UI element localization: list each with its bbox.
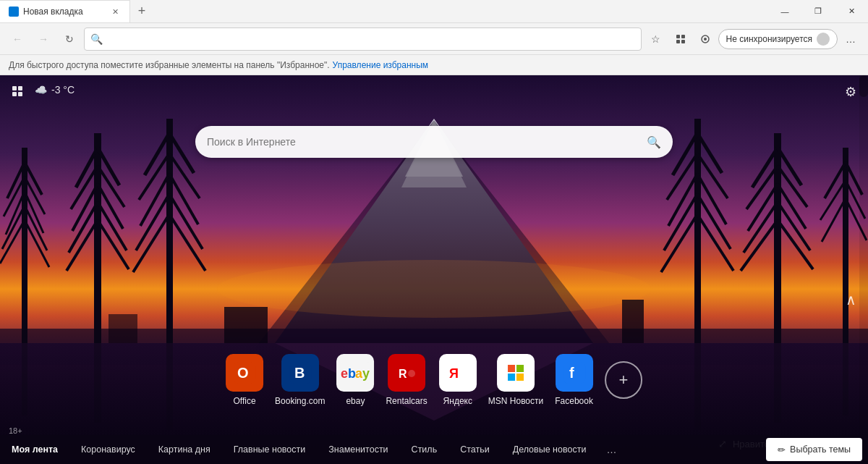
facebook-label: Facebook <box>555 396 593 406</box>
more-button[interactable]: … <box>839 28 862 51</box>
quick-link-rentalcars[interactable]: R Rentalcars <box>386 354 427 406</box>
svg-line-67 <box>778 184 806 229</box>
pencil-icon: ✏ <box>778 444 786 455</box>
svg-line-23 <box>25 191 43 233</box>
svg-rect-3 <box>676 40 680 43</box>
new-tab-button[interactable]: + <box>130 0 153 23</box>
search-box[interactable]: 🔍 <box>195 126 673 158</box>
quick-link-facebook[interactable]: f Facebook <box>555 354 593 406</box>
address-bar-row: ← → ↻ 🔍 ☆ Не синхронизируется … <box>0 23 868 55</box>
svg-text:R: R <box>399 368 407 380</box>
nav-stati[interactable]: Статьи <box>448 435 501 464</box>
quick-link-yandex[interactable]: Я Яндекс <box>439 354 477 406</box>
svg-line-66 <box>778 166 807 207</box>
svg-line-41 <box>136 194 169 250</box>
close-button[interactable]: ✕ <box>835 0 868 23</box>
svg-line-54 <box>697 133 722 173</box>
office-label: Office <box>233 396 255 406</box>
booking-label: Booking.com <box>275 396 325 406</box>
profile-avatar <box>817 33 830 46</box>
chevron-up-button[interactable]: ∧ <box>846 291 856 308</box>
svg-text:y: y <box>362 366 370 381</box>
nav-znamenitosti[interactable]: Знаменитости <box>317 435 399 464</box>
svg-line-58 <box>697 214 733 271</box>
nav-glavnye-novosti[interactable]: Главные новости <box>222 435 318 464</box>
main-content: ☁️ -3 °C ⚙ 🔍 ∧ O Office <box>0 75 868 464</box>
svg-line-55 <box>697 153 728 198</box>
svg-line-57 <box>697 194 731 249</box>
svg-rect-1 <box>676 35 680 38</box>
add-quicklink-button[interactable]: + <box>605 361 642 399</box>
manage-favorites-link[interactable]: Управление избранным <box>333 60 428 70</box>
svg-line-73 <box>822 198 846 242</box>
back-button[interactable]: ← <box>6 28 29 51</box>
quick-link-office[interactable]: O Office <box>226 354 263 406</box>
svg-line-56 <box>697 174 726 224</box>
msn-icon <box>497 354 535 392</box>
favorites-button[interactable]: ☆ <box>644 28 668 51</box>
search-input[interactable] <box>207 136 639 148</box>
svg-rect-108 <box>508 374 515 381</box>
svg-rect-86 <box>109 314 137 343</box>
svg-rect-77 <box>22 343 27 416</box>
settings-gear-button[interactable]: ⚙ <box>845 84 856 100</box>
grid-icon[interactable] <box>12 85 26 104</box>
top-overlay: ☁️ -3 °C ⚙ <box>0 75 868 119</box>
msn-label: MSN Новости <box>488 396 543 406</box>
svg-line-20 <box>0 220 25 263</box>
address-box[interactable]: 🔍 <box>84 28 642 51</box>
svg-line-65 <box>778 148 801 185</box>
svg-line-31 <box>67 220 98 271</box>
choose-theme-button[interactable]: ✏ Выбрать темы <box>766 438 862 461</box>
svg-line-42 <box>133 214 169 272</box>
theme-btn-label: Выбрать темы <box>790 444 851 455</box>
favorites-bar: Для быстрого доступа поместите избранные… <box>0 55 868 75</box>
collections-button[interactable] <box>669 28 692 51</box>
tab-close-button[interactable]: ✕ <box>109 6 121 17</box>
nav-kartina-dnya[interactable]: Картина дня <box>147 435 222 464</box>
nav-stil[interactable]: Стиль <box>400 435 449 464</box>
scrollbar-thumb[interactable] <box>859 75 868 97</box>
svg-line-38 <box>145 133 169 175</box>
search-submit-icon[interactable]: 🔍 <box>647 135 661 149</box>
svg-line-43 <box>169 133 194 173</box>
svg-line-35 <box>98 202 127 250</box>
address-input[interactable] <box>106 33 635 44</box>
svg-line-72 <box>820 180 846 220</box>
svg-rect-81 <box>774 343 781 423</box>
svg-line-17 <box>4 177 25 216</box>
minimize-button[interactable]: — <box>768 0 801 23</box>
active-tab[interactable]: Новая вкладка ✕ <box>0 0 130 22</box>
svg-text:O: O <box>237 365 249 381</box>
weather-icon: ☁️ <box>35 84 47 96</box>
quick-link-msn[interactable]: MSN Новости <box>488 354 543 406</box>
svg-rect-90 <box>18 92 22 96</box>
svg-rect-87 <box>12 86 17 90</box>
nav-koronavirus[interactable]: Коронавирус <box>69 435 147 464</box>
forward-button[interactable]: → <box>32 28 55 51</box>
refresh-button[interactable]: ↻ <box>58 28 81 51</box>
toolbar-right: ☆ Не синхронизируется … <box>644 28 862 51</box>
svg-line-36 <box>98 220 129 269</box>
nav-delovye-novosti[interactable]: Деловые новости <box>501 435 598 464</box>
svg-line-51 <box>668 174 697 226</box>
nav-more-button[interactable]: … <box>597 444 625 455</box>
quick-link-booking[interactable]: B Booking.com <box>275 354 325 406</box>
svg-rect-89 <box>12 92 17 96</box>
svg-rect-70 <box>843 148 848 343</box>
rentalcars-icon: R <box>388 354 425 392</box>
svg-line-32 <box>98 148 119 185</box>
favorites-bar-text: Для быстрого доступа поместите избранные… <box>9 60 330 70</box>
svg-point-102 <box>408 370 415 377</box>
quick-link-ebay[interactable]: e b a y ebay <box>336 354 374 406</box>
svg-line-33 <box>98 166 124 207</box>
profile-button[interactable]: Не синхронизируется <box>718 29 838 49</box>
svg-rect-82 <box>843 343 848 416</box>
nav-moya-lenta[interactable]: Моя лента <box>0 435 69 464</box>
extensions-button[interactable] <box>694 28 717 51</box>
svg-line-46 <box>169 194 203 249</box>
svg-line-60 <box>752 148 778 187</box>
svg-line-61 <box>746 166 778 209</box>
svg-line-53 <box>661 214 697 272</box>
maximize-button[interactable]: ❐ <box>801 0 835 23</box>
